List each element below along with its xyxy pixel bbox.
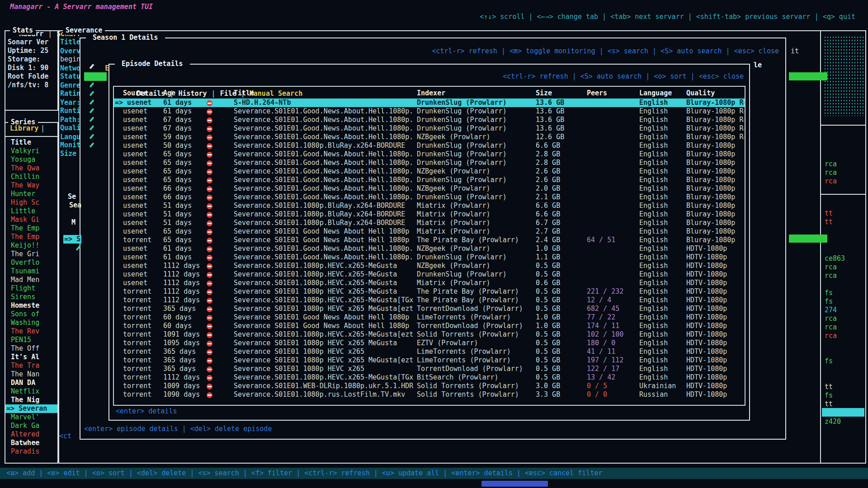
series-row[interactable]: Chillin — [5, 173, 57, 181]
release-row[interactable]: torrent 365 days Severance S01E01 1080p … — [114, 365, 745, 373]
release-indexer: NZBgeek (Prowlarr) — [417, 167, 534, 176]
pencil-icon[interactable] — [89, 62, 95, 71]
rejected-icon — [207, 193, 212, 202]
series-row[interactable]: The Way — [5, 181, 57, 190]
release-row[interactable]: torrent 65 days Severance S01E01 Good Ne… — [114, 236, 745, 244]
release-age: 1112 days — [163, 262, 200, 270]
series-row[interactable]: The Nig — [5, 396, 57, 404]
pencil-icon[interactable] — [89, 81, 95, 89]
series-row[interactable]: Valkyri — [5, 147, 57, 155]
series-row[interactable]: Netflix — [5, 387, 57, 396]
series-row[interactable]: High Sc — [5, 198, 57, 207]
series-row[interactable]: Little — [5, 207, 57, 216]
pencil-icon[interactable] — [89, 141, 95, 150]
selected-episode-row[interactable]: => — [84, 72, 107, 81]
series-row[interactable]: The Emp — [5, 233, 57, 241]
series-row[interactable]: Batwhee — [5, 439, 57, 447]
pencil-icon[interactable] — [89, 115, 95, 124]
series-row[interactable]: Keijo!! — [5, 241, 57, 250]
release-row[interactable]: torrent 365 days Severance S01E01 1080p … — [114, 347, 745, 356]
tab-library[interactable]: Library — [10, 124, 38, 133]
series-row[interactable]: The Qwa — [5, 164, 57, 173]
release-row[interactable]: torrent 60 days Severance S01E01 Good Ne… — [114, 313, 745, 322]
release-row[interactable]: torrent 365 days Severance S01E01 1080p … — [114, 356, 745, 365]
series-row[interactable]: Dark Ga — [5, 422, 57, 430]
release-row[interactable]: torrent 1112 days Severance.S01E01.1080p… — [114, 373, 745, 382]
series-row[interactable]: Yosuga — [5, 155, 57, 164]
column-header[interactable]: Size — [536, 89, 552, 98]
series-row[interactable]: The Nan — [5, 370, 57, 379]
release-row[interactable]: => usenet 61 days S-HD.H.264-NTb Drunken… — [114, 99, 745, 107]
series-row[interactable]: Altered — [5, 430, 57, 439]
series-row[interactable]: The Gri — [5, 250, 57, 258]
taskbar-indicator[interactable] — [481, 481, 548, 487]
release-size: 13.6 GB — [536, 99, 564, 107]
release-row[interactable]: usenet 1112 days Severance.S01E01.1080p.… — [114, 279, 745, 287]
release-row[interactable]: torrent 1095 days Severance S01E01 1080p… — [114, 339, 745, 347]
release-row[interactable]: usenet 51 days Severance.S01E01.1080p.Bl… — [114, 219, 745, 227]
series-row[interactable]: The Tra — [5, 361, 57, 370]
series-row[interactable]: Sirens — [5, 293, 57, 301]
release-row[interactable]: torrent 1009 days Severance.S01E01.WEB-D… — [114, 382, 745, 390]
release-row[interactable]: usenet 67 days Severance.S01E01.Good.New… — [114, 124, 745, 133]
release-size: 0.6 GB — [536, 279, 560, 287]
release-row[interactable]: usenet 65 days Severance.S01E01.Good.New… — [114, 176, 745, 184]
column-header[interactable]: Peers — [587, 89, 607, 98]
release-quality: HDTV-1080p — [686, 347, 744, 356]
release-size: 3.0 GB — [536, 382, 560, 390]
release-row[interactable]: usenet 61 days Severance.S01E01.Good.New… — [114, 253, 745, 262]
release-row[interactable]: usenet 51 days Severance.S01E01.1080p.Bl… — [114, 202, 745, 210]
column-header[interactable]: Language — [639, 89, 672, 98]
release-row[interactable]: torrent 60 days Severance S01E01 Good Ne… — [114, 322, 745, 330]
column-header[interactable]: Indexer — [417, 89, 534, 98]
series-row[interactable]: The Emp — [5, 224, 57, 233]
series-row[interactable]: Overflo — [5, 258, 57, 267]
release-row[interactable]: usenet 65 days Severance.S01E01.Good.New… — [114, 167, 745, 176]
release-row[interactable]: usenet 61 days Severance.S01E01.Good.New… — [114, 244, 745, 253]
pencil-icon[interactable] — [89, 89, 95, 98]
release-row[interactable]: usenet 65 days Severance.S01E01.Good.New… — [114, 150, 745, 159]
release-row[interactable]: torrent 365 days Severance S01E01 1080p … — [114, 305, 745, 313]
series-row[interactable]: DAN DA — [5, 379, 57, 387]
release-row[interactable]: usenet 61 days Severance.S01E01.Good.New… — [114, 107, 745, 116]
release-row[interactable]: usenet 66 days Severance.S01E01.Good.New… — [114, 184, 745, 193]
series-row[interactable]: Flight — [5, 284, 57, 293]
column-header[interactable]: Quality — [686, 89, 744, 98]
series-row[interactable]: The Off — [5, 344, 57, 353]
release-row[interactable]: torrent 1090 days Severance.S01E01.1080p… — [114, 390, 745, 399]
column-header[interactable]: Title — [234, 89, 415, 98]
release-title: Severance.S01E01.Good.News.About.Hell.10… — [234, 244, 415, 253]
series-row[interactable]: Mad Men — [5, 276, 57, 284]
series-row[interactable]: Paradis — [5, 447, 57, 456]
release-row[interactable]: usenet 50 days Severance.S01E01.1080p.Bl… — [114, 141, 745, 150]
series-row[interactable]: Sons of — [5, 310, 57, 319]
series-row[interactable]: Homeste — [5, 301, 57, 310]
pencil-icon[interactable] — [89, 124, 95, 132]
release-row[interactable]: usenet 67 days Severance.S01E01.Good.New… — [114, 116, 745, 124]
release-row[interactable]: usenet 66 days Severance.S01E01.Good.New… — [114, 193, 745, 202]
release-row[interactable]: usenet 65 days Severance.S01E01.Good.New… — [114, 159, 745, 167]
series-row[interactable]: The Rev — [5, 327, 57, 336]
series-row[interactable]: => Severan — [5, 404, 57, 413]
series-row[interactable]: Washing — [5, 319, 57, 327]
column-header[interactable]: Age — [163, 89, 175, 98]
pencil-icon[interactable] — [89, 132, 95, 141]
release-row[interactable]: usenet 1112 days Severance.S01E01.1080p.… — [114, 270, 745, 279]
series-row[interactable]: Marvel' — [5, 413, 57, 422]
series-row[interactable]: Tsunami — [5, 267, 57, 276]
series-row[interactable]: Mask Gi — [5, 216, 57, 224]
release-row[interactable]: usenet 1112 days Severance.S01E01.1080p.… — [114, 262, 745, 270]
series-row[interactable]: PEN15 — [5, 336, 57, 344]
release-row[interactable]: torrent 1112 days Severance.S01E01.1080p… — [114, 296, 745, 305]
release-row[interactable]: usenet 51 days Severance.S01E01.1080p.Bl… — [114, 210, 745, 219]
release-row[interactable]: torrent 1112 days Severance S01E01 1080p… — [114, 287, 745, 296]
release-row[interactable]: usenet 65 days Severance S01E01 Good New… — [114, 227, 745, 236]
column-header[interactable]: Source — [123, 89, 147, 98]
rejected-icon — [207, 347, 212, 356]
release-row[interactable]: usenet 59 days Severance.S01E01.Good.New… — [114, 133, 745, 141]
pencil-icon[interactable] — [89, 107, 95, 115]
release-row[interactable]: torrent 1091 days Severance.S01E01.1080p… — [114, 330, 745, 339]
pencil-icon[interactable] — [89, 98, 95, 107]
series-row[interactable]: Hunter — [5, 190, 57, 198]
series-row[interactable]: It's Al — [5, 353, 57, 361]
